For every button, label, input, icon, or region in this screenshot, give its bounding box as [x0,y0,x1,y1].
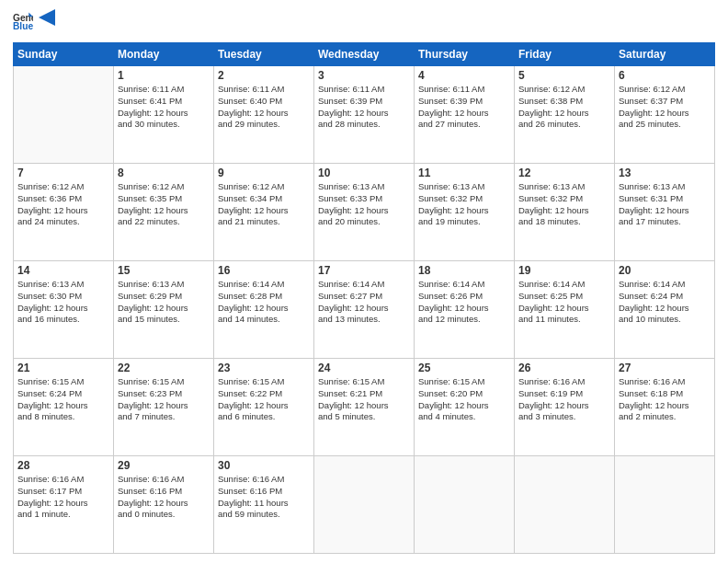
day-cell-7: 7Sunrise: 6:12 AM Sunset: 6:36 PM Daylig… [14,164,114,261]
day-info: Sunrise: 6:12 AM Sunset: 6:35 PM Dayligh… [118,181,210,228]
day-number: 17 [318,264,410,277]
day-number: 19 [518,264,610,277]
day-info: Sunrise: 6:11 AM Sunset: 6:39 PM Dayligh… [318,84,410,131]
weekday-header-friday: Friday [515,43,615,66]
day-info: Sunrise: 6:16 AM Sunset: 6:16 PM Dayligh… [218,474,310,521]
day-cell-6: 6Sunrise: 6:12 AM Sunset: 6:37 PM Daylig… [615,66,715,164]
day-info: Sunrise: 6:11 AM Sunset: 6:41 PM Dayligh… [118,84,210,131]
day-number: 4 [418,69,510,82]
day-info: Sunrise: 6:13 AM Sunset: 6:32 PM Dayligh… [418,181,510,228]
day-info: Sunrise: 6:16 AM Sunset: 6:18 PM Dayligh… [619,376,711,423]
day-info: Sunrise: 6:15 AM Sunset: 6:21 PM Dayligh… [318,376,410,423]
day-number: 14 [17,264,109,277]
svg-marker-4 [39,9,55,26]
day-info: Sunrise: 6:12 AM Sunset: 6:34 PM Dayligh… [218,181,310,228]
weekday-header-wednesday: Wednesday [314,43,415,66]
day-cell-18: 18Sunrise: 6:14 AM Sunset: 6:26 PM Dayli… [415,261,515,359]
day-info: Sunrise: 6:14 AM Sunset: 6:24 PM Dayligh… [619,279,711,326]
day-info: Sunrise: 6:12 AM Sunset: 6:38 PM Dayligh… [518,84,610,131]
day-cell-23: 23Sunrise: 6:15 AM Sunset: 6:22 PM Dayli… [214,359,314,456]
day-cell-12: 12Sunrise: 6:13 AM Sunset: 6:32 PM Dayli… [515,164,615,261]
day-number: 13 [619,167,711,179]
day-number: 25 [418,362,510,374]
day-cell-22: 22Sunrise: 6:15 AM Sunset: 6:23 PM Dayli… [114,359,214,456]
empty-cell [14,66,114,164]
day-number: 24 [318,362,410,374]
weekday-header-sunday: Sunday [14,43,114,66]
day-info: Sunrise: 6:14 AM Sunset: 6:25 PM Dayligh… [518,279,610,326]
day-info: Sunrise: 6:15 AM Sunset: 6:23 PM Dayligh… [118,376,210,423]
day-info: Sunrise: 6:15 AM Sunset: 6:20 PM Dayligh… [418,376,510,423]
day-number: 2 [218,69,310,82]
week-row-4: 21Sunrise: 6:15 AM Sunset: 6:24 PM Dayli… [14,359,715,456]
weekday-header-tuesday: Tuesday [214,43,314,66]
day-cell-11: 11Sunrise: 6:13 AM Sunset: 6:32 PM Dayli… [415,164,515,261]
day-cell-15: 15Sunrise: 6:13 AM Sunset: 6:29 PM Dayli… [114,261,214,359]
day-number: 9 [218,167,310,179]
day-cell-2: 2Sunrise: 6:11 AM Sunset: 6:40 PM Daylig… [214,66,314,164]
day-cell-25: 25Sunrise: 6:15 AM Sunset: 6:20 PM Dayli… [415,359,515,456]
weekday-header-thursday: Thursday [415,43,515,66]
logo-arrow-icon [39,9,55,26]
day-number: 20 [619,264,711,277]
day-number: 11 [418,167,510,179]
day-info: Sunrise: 6:11 AM Sunset: 6:39 PM Dayligh… [418,84,510,131]
day-cell-4: 4Sunrise: 6:11 AM Sunset: 6:39 PM Daylig… [415,66,515,164]
day-info: Sunrise: 6:13 AM Sunset: 6:30 PM Dayligh… [17,279,109,326]
week-row-5: 28Sunrise: 6:16 AM Sunset: 6:17 PM Dayli… [14,456,715,554]
day-number: 16 [218,264,310,277]
day-cell-14: 14Sunrise: 6:13 AM Sunset: 6:30 PM Dayli… [14,261,114,359]
empty-cell [515,456,615,554]
day-cell-24: 24Sunrise: 6:15 AM Sunset: 6:21 PM Dayli… [314,359,415,456]
day-number: 1 [118,69,210,82]
day-number: 18 [418,264,510,277]
week-row-3: 14Sunrise: 6:13 AM Sunset: 6:30 PM Dayli… [14,261,715,359]
day-number: 10 [318,167,410,179]
day-info: Sunrise: 6:12 AM Sunset: 6:36 PM Dayligh… [17,181,109,228]
empty-cell [314,456,415,554]
header: General Blue [13,9,715,35]
day-info: Sunrise: 6:14 AM Sunset: 6:26 PM Dayligh… [418,279,510,326]
day-number: 28 [17,459,109,472]
empty-cell [615,456,715,554]
day-number: 7 [17,167,109,179]
weekday-header-monday: Monday [114,43,214,66]
day-cell-20: 20Sunrise: 6:14 AM Sunset: 6:24 PM Dayli… [615,261,715,359]
day-cell-27: 27Sunrise: 6:16 AM Sunset: 6:18 PM Dayli… [615,359,715,456]
week-row-2: 7Sunrise: 6:12 AM Sunset: 6:36 PM Daylig… [14,164,715,261]
day-number: 29 [118,459,210,472]
day-cell-10: 10Sunrise: 6:13 AM Sunset: 6:33 PM Dayli… [314,164,415,261]
weekday-header-row: SundayMondayTuesdayWednesdayThursdayFrid… [14,43,715,66]
day-cell-17: 17Sunrise: 6:14 AM Sunset: 6:27 PM Dayli… [314,261,415,359]
day-number: 12 [518,167,610,179]
day-number: 3 [318,69,410,82]
day-cell-13: 13Sunrise: 6:13 AM Sunset: 6:31 PM Dayli… [615,164,715,261]
day-cell-5: 5Sunrise: 6:12 AM Sunset: 6:38 PM Daylig… [515,66,615,164]
logo-icon: General Blue [13,11,33,31]
day-cell-3: 3Sunrise: 6:11 AM Sunset: 6:39 PM Daylig… [314,66,415,164]
logo: General Blue [13,9,55,35]
weekday-header-saturday: Saturday [615,43,715,66]
svg-text:Blue: Blue [13,21,33,31]
day-cell-28: 28Sunrise: 6:16 AM Sunset: 6:17 PM Dayli… [14,456,114,554]
day-number: 6 [619,69,711,82]
day-number: 23 [218,362,310,374]
day-number: 15 [118,264,210,277]
day-number: 26 [518,362,610,374]
day-info: Sunrise: 6:11 AM Sunset: 6:40 PM Dayligh… [218,84,310,131]
week-row-1: 1Sunrise: 6:11 AM Sunset: 6:41 PM Daylig… [14,66,715,164]
day-number: 30 [218,459,310,472]
day-info: Sunrise: 6:14 AM Sunset: 6:28 PM Dayligh… [218,279,310,326]
day-info: Sunrise: 6:16 AM Sunset: 6:17 PM Dayligh… [17,474,109,521]
day-cell-21: 21Sunrise: 6:15 AM Sunset: 6:24 PM Dayli… [14,359,114,456]
day-number: 8 [118,167,210,179]
day-number: 27 [619,362,711,374]
day-number: 22 [118,362,210,374]
empty-cell [415,456,515,554]
page: General Blue SundayMondayTuesdayWednesda… [0,0,728,563]
day-number: 21 [17,362,109,374]
day-info: Sunrise: 6:16 AM Sunset: 6:16 PM Dayligh… [118,474,210,521]
day-cell-19: 19Sunrise: 6:14 AM Sunset: 6:25 PM Dayli… [515,261,615,359]
day-cell-30: 30Sunrise: 6:16 AM Sunset: 6:16 PM Dayli… [214,456,314,554]
day-info: Sunrise: 6:15 AM Sunset: 6:22 PM Dayligh… [218,376,310,423]
